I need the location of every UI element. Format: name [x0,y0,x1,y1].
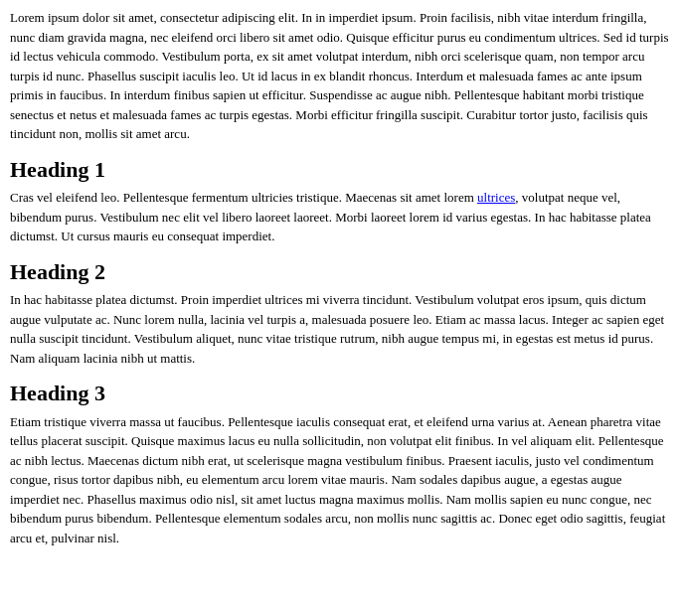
heading-3: Heading 3 [10,380,669,408]
intro-paragraph: Lorem ipsum dolor sit amet, consectetur … [10,8,669,144]
heading-2: Heading 2 [10,258,669,287]
section-2: Heading 2 In hac habitasse platea dictum… [10,258,669,369]
section-2-text: In hac habitasse platea dictumst. Proin … [10,290,669,368]
section-3: Heading 3 Etiam tristique viverra massa … [10,380,669,547]
section-1-link[interactable]: ultrices [477,190,515,205]
intro-text: Lorem ipsum dolor sit amet, consectetur … [10,8,669,144]
section-1-text: Cras vel eleifend leo. Pellentesque ferm… [10,188,669,246]
section-1: Heading 1 Cras vel eleifend leo. Pellent… [10,156,669,246]
section-3-text: Etiam tristique viverra massa ut faucibu… [10,412,669,548]
heading-1: Heading 1 [10,156,669,185]
